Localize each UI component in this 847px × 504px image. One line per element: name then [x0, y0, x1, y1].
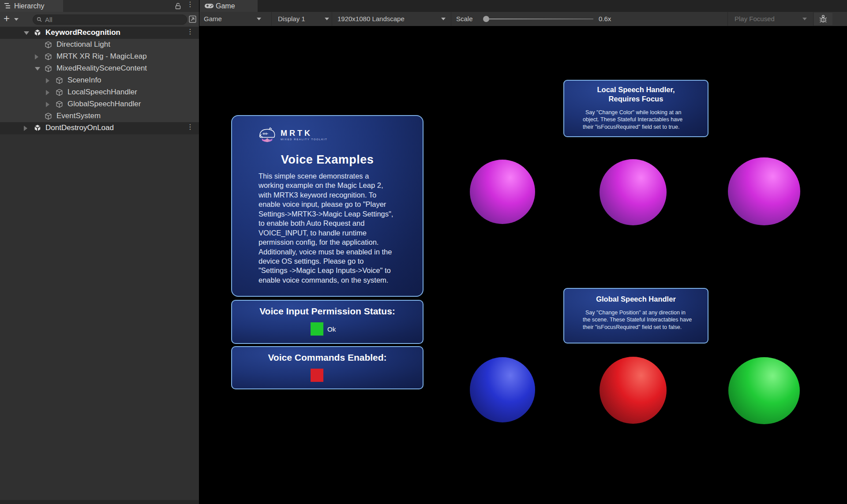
- play-mode-caret-icon[interactable]: [802, 18, 807, 20]
- tree-row-label: EventSystem: [56, 112, 101, 120]
- toolbar-separator: [727, 12, 728, 26]
- sphere-magenta-2[interactable]: [600, 159, 667, 225]
- foldout-collapsed-icon[interactable]: [46, 102, 49, 107]
- gameobject-cube-icon: [56, 89, 63, 96]
- scale-slider-track[interactable]: [485, 19, 593, 19]
- scene-menu-kebab-icon[interactable]: ⋮: [187, 30, 193, 34]
- hierarchy-tabbar: Hierarchy ⋮: [0, 0, 199, 12]
- game-tab-label: Game: [216, 2, 235, 10]
- tree-row-label: SceneInfo: [67, 76, 101, 85]
- debug-button[interactable]: [814, 13, 832, 25]
- tree-row-label: MRTK XR Rig - MagicLeap: [56, 52, 147, 61]
- bug-icon: [819, 14, 828, 24]
- play-mode-dropdown[interactable]: Play Focused: [735, 15, 775, 22]
- game-toolbar: Game Display 1 1920x1080 Landscape Scale…: [199, 12, 847, 26]
- scale-label: Scale: [456, 15, 473, 22]
- game-viewport[interactable]: MRTK MIXED REALITY TOOLKIT Voice Example…: [199, 26, 847, 504]
- display-dropdown[interactable]: Display 1: [278, 15, 305, 22]
- local-speech-panel: Local Speech Handler, Requires Focus Say…: [563, 80, 708, 137]
- mrtk-whale-icon: [258, 127, 277, 143]
- unity-scene-icon: [34, 124, 41, 132]
- hierarchy-bottom-edge: [0, 500, 199, 504]
- mrtk-logo-title: MRTK: [281, 129, 327, 137]
- chevron-down-icon: [14, 18, 19, 21]
- tree-row-mrtk-xr-rig-magicleap[interactable]: MRTK XR Rig - MagicLeap: [0, 51, 199, 63]
- tab-game[interactable]: Game: [200, 0, 258, 12]
- create-object-button[interactable]: +: [3, 13, 20, 25]
- search-picker-icon[interactable]: [188, 15, 197, 24]
- local-speech-title: Local Speech Handler, Requires Focus: [564, 85, 708, 104]
- gamepad-icon: [204, 3, 214, 9]
- game-tabbar: Game: [199, 0, 847, 12]
- tree-row-globalspeechhandler[interactable]: GlobalSpeechHandler: [0, 98, 199, 110]
- foldout-expanded-icon[interactable]: [24, 31, 29, 35]
- tree-row-label: Directional Light: [56, 40, 110, 49]
- hierarchy-menu-kebab-icon[interactable]: ⋮: [187, 2, 193, 7]
- sphere-green[interactable]: [728, 357, 800, 424]
- foldout-expanded-icon[interactable]: [35, 67, 40, 71]
- hierarchy-empty-area[interactable]: [0, 134, 199, 504]
- gameobject-cube-icon: [56, 101, 63, 108]
- tree-row-label: DontDestroyOnLoad: [45, 123, 114, 132]
- voice-commands-title: Voice Commands Enabled:: [232, 352, 423, 363]
- search-input[interactable]: [44, 15, 169, 24]
- tree-row-keywordrecognition[interactable]: KeywordRecognition⋮: [0, 27, 199, 39]
- voice-permission-panel: Voice Input Permission Status: Ok: [231, 300, 424, 344]
- unity-editor: Hierarchy ⋮ +: [0, 0, 847, 504]
- commands-status-indicator: [311, 369, 323, 382]
- toolbar-separator: [332, 12, 332, 26]
- gameobject-cube-icon: [56, 77, 63, 84]
- voice-commands-panel: Voice Commands Enabled:: [231, 346, 424, 389]
- tree-row-directional-light[interactable]: Directional Light: [0, 39, 199, 51]
- foldout-collapsed-icon[interactable]: [35, 54, 38, 60]
- permission-status-label: Ok: [327, 325, 336, 333]
- foldout-collapsed-icon[interactable]: [46, 90, 49, 95]
- view-popup[interactable]: Game: [204, 15, 222, 22]
- voice-permission-title: Voice Input Permission Status:: [232, 306, 423, 317]
- toolbar-separator: [271, 12, 272, 26]
- search-icon: [37, 17, 42, 22]
- hierarchy-search-field[interactable]: [33, 15, 187, 25]
- global-speech-title: Global Speech Handler: [564, 295, 708, 304]
- sphere-blue[interactable]: [470, 357, 535, 422]
- tree-row-label: GlobalSpeechHandler: [67, 100, 141, 108]
- unlock-icon[interactable]: [175, 2, 181, 10]
- resolution-caret-icon[interactable]: [441, 18, 446, 20]
- mrtk-logo: MRTK MIXED REALITY TOOLKIT: [258, 127, 327, 143]
- voice-examples-body: This simple scene demonstrates a working…: [259, 172, 394, 285]
- hierarchy-list-icon: [4, 3, 11, 9]
- global-speech-body: Say "Change Position" at any direction i…: [583, 309, 692, 331]
- gameobject-cube-icon: [45, 65, 52, 72]
- tree-row-localspeechhandler[interactable]: LocalSpeechHandler: [0, 86, 199, 98]
- plus-icon: +: [4, 13, 10, 24]
- tree-row-label: KeywordRecognition: [45, 28, 120, 37]
- scale-slider-knob[interactable]: [483, 16, 489, 22]
- tab-hierarchy[interactable]: Hierarchy: [0, 0, 63, 12]
- tree-row-mixedrealityscenecontent[interactable]: MixedRealitySceneContent: [0, 63, 199, 75]
- permission-status-indicator: [311, 322, 323, 336]
- gameobject-cube-icon: [45, 41, 52, 49]
- global-speech-panel: Global Speech Handler Say "Change Positi…: [563, 288, 708, 343]
- sphere-red[interactable]: [600, 357, 667, 424]
- display-caret-icon[interactable]: [325, 18, 329, 20]
- hierarchy-panel: Hierarchy ⋮ +: [0, 0, 199, 504]
- voice-examples-title: Voice Examples: [232, 153, 423, 167]
- tree-row-label: LocalSpeechHandler: [67, 88, 137, 97]
- mrtk-logo-subtitle: MIXED REALITY TOOLKIT: [281, 138, 327, 141]
- sphere-magenta-1[interactable]: [470, 160, 535, 224]
- voice-examples-panel: MRTK MIXED REALITY TOOLKIT Voice Example…: [231, 115, 424, 297]
- tree-row-label: MixedRealitySceneContent: [56, 64, 147, 73]
- tree-row-sceneinfo[interactable]: SceneInfo: [0, 75, 199, 86]
- resolution-dropdown[interactable]: 1920x1080 Landscape: [337, 15, 405, 22]
- hierarchy-tab-label: Hierarchy: [14, 2, 44, 10]
- scale-value: 0.6x: [599, 15, 611, 22]
- view-popup-caret-icon[interactable]: [257, 18, 261, 20]
- tree-row-dontdestroyonload[interactable]: DontDestroyOnLoad⋮: [0, 122, 199, 134]
- local-speech-body: Say "Change Color" while looking at an o…: [583, 109, 692, 131]
- sphere-magenta-3[interactable]: [728, 157, 800, 225]
- scene-menu-kebab-icon[interactable]: ⋮: [187, 125, 193, 129]
- foldout-collapsed-icon[interactable]: [46, 78, 49, 83]
- gameobject-cube-icon: [45, 112, 52, 120]
- foldout-collapsed-icon[interactable]: [24, 126, 27, 131]
- tree-row-eventsystem[interactable]: EventSystem: [0, 110, 199, 122]
